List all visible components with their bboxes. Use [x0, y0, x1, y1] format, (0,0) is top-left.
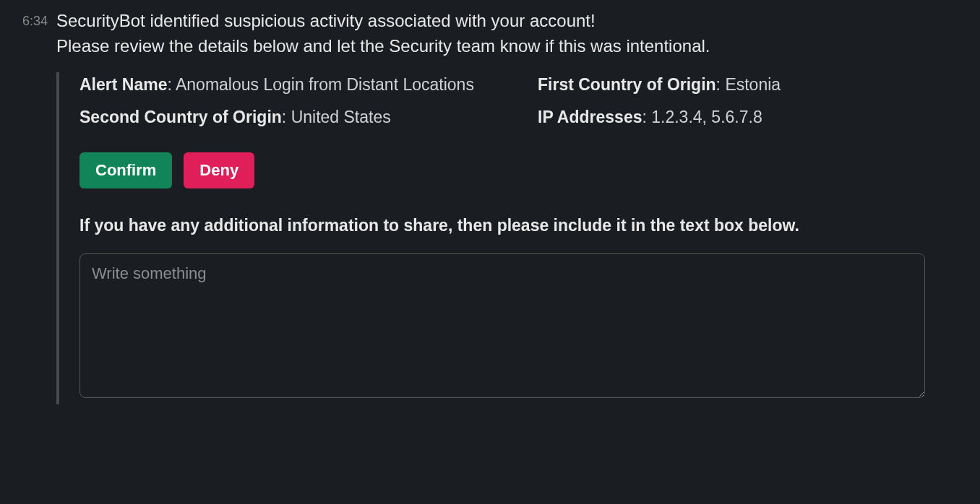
- alert-heading: SecurityBot identified suspicious activi…: [56, 9, 967, 59]
- field-value: 1.2.3.4, 5.6.7.8: [651, 108, 762, 126]
- field-value: United States: [291, 108, 391, 126]
- deny-button[interactable]: Deny: [184, 152, 254, 188]
- alert-heading-line1: SecurityBot identified suspicious activi…: [56, 11, 596, 30]
- field-second-country: Second Country of Origin: United States: [79, 105, 509, 131]
- field-ip-addresses: IP Addresses: 1.2.3.4, 5.6.7.8: [538, 105, 967, 131]
- message-timestamp: 6:34: [13, 9, 48, 404]
- field-value: Estonia: [725, 75, 781, 94]
- field-label: First Country of Origin: [538, 75, 716, 94]
- additional-info-prompt: If you have any additional information t…: [79, 213, 889, 238]
- alert-heading-line2: Please review the details below and let …: [56, 36, 710, 56]
- field-first-country: First Country of Origin: Estonia: [538, 72, 967, 98]
- additional-info-wrap: [79, 253, 925, 404]
- field-value: Anomalous Login from Distant Locations: [176, 75, 474, 94]
- confirm-button[interactable]: Confirm: [79, 152, 172, 188]
- alert-fields: Alert Name: Anomalous Login from Distant…: [79, 72, 967, 131]
- field-label: Second Country of Origin: [79, 108, 282, 126]
- message-content: SecurityBot identified suspicious activi…: [56, 9, 967, 404]
- field-alert-name: Alert Name: Anomalous Login from Distant…: [79, 72, 509, 98]
- field-label: IP Addresses: [538, 108, 642, 126]
- field-label: Alert Name: [79, 75, 167, 94]
- action-buttons: Confirm Deny: [79, 152, 967, 188]
- additional-info-input[interactable]: [79, 253, 925, 398]
- security-alert-message: 6:34 SecurityBot identified suspicious a…: [13, 9, 967, 404]
- alert-attachment: Alert Name: Anomalous Login from Distant…: [56, 72, 967, 405]
